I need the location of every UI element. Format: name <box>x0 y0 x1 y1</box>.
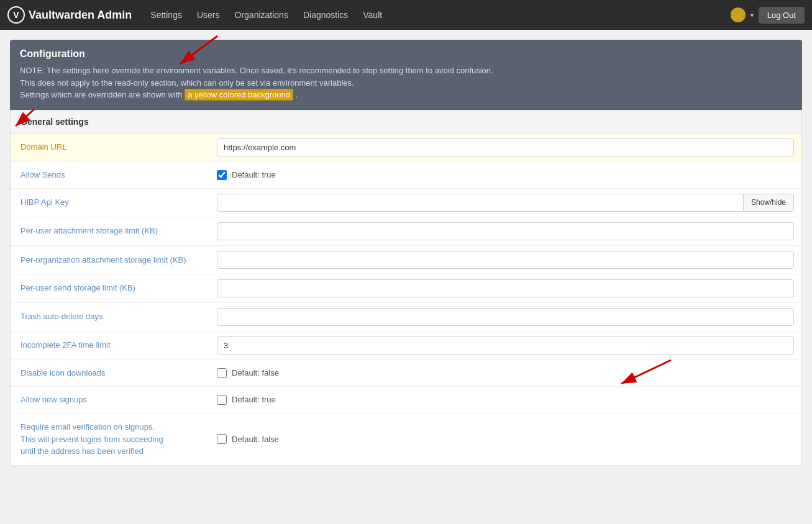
config-title: Configuration <box>20 48 792 60</box>
nav-users[interactable]: Users <box>189 0 227 30</box>
nav-settings[interactable]: Settings <box>143 0 189 30</box>
checkbox-label-disable-icon: Default: false <box>232 368 279 377</box>
checkbox-area-allow-signups: Default: true <box>217 395 276 405</box>
input-per-user-attachment[interactable] <box>217 222 794 240</box>
checkbox-allow-new-signups[interactable] <box>217 395 227 405</box>
label-per-user-send: Per-user send storage limit (KB) <box>11 275 209 301</box>
config-note-3-prefix: Settings which are overridden are shown … <box>20 90 183 99</box>
label-2fa-time-limit: Incomplete 2FA time limit <box>11 332 209 358</box>
control-2fa-time-limit <box>209 332 801 359</box>
control-per-user-send <box>209 274 801 302</box>
label-trash-autodelete: Trash auto-delete days <box>11 304 209 330</box>
control-trash-autodelete <box>209 303 801 331</box>
control-per-org-attachment <box>209 246 801 274</box>
yellow-highlight-text: a yellow colored background <box>185 89 293 101</box>
nav-brand: V Vaultwarden Admin <box>7 6 132 24</box>
label-allow-sends: Allow Sends <box>11 162 209 188</box>
hibp-input-group: Show/hide <box>217 194 794 212</box>
show-hide-button[interactable]: Show/hide <box>744 194 794 212</box>
label-allow-new-signups: Allow new signups <box>11 387 209 413</box>
general-settings-header: General settings <box>11 111 801 133</box>
control-domain-url <box>209 133 801 161</box>
checkbox-area-email-verification: Default: false <box>217 434 279 444</box>
field-row-per-org-attachment: Per-organization attachment storage limi… <box>11 246 801 274</box>
field-row-email-verification: Require email verification on signups. T… <box>11 413 801 466</box>
logout-button[interactable]: Log Out <box>759 7 805 24</box>
input-trash-autodelete[interactable] <box>217 308 794 326</box>
control-email-verification: Default: false <box>209 429 801 449</box>
field-row-per-user-send: Per-user send storage limit (KB) <box>11 274 801 303</box>
status-dot <box>731 7 746 22</box>
checkbox-label-allow-signups: Default: true <box>232 395 276 404</box>
checkbox-area-allow-sends: Default: true <box>217 170 276 180</box>
nav-vault[interactable]: Vault <box>355 0 390 30</box>
checkbox-email-verification[interactable] <box>217 434 227 444</box>
input-domain-url[interactable] <box>217 138 794 156</box>
field-row-domain-url: Domain URL <box>11 133 801 162</box>
checkbox-area-disable-icon: Default: false <box>217 368 279 378</box>
config-note-1: NOTE: The settings here override the env… <box>20 65 792 77</box>
input-2fa-time-limit[interactable] <box>217 337 794 355</box>
checkbox-label-email-verification: Default: false <box>232 435 279 444</box>
config-note-3: Settings which are overridden are shown … <box>20 89 792 101</box>
field-row-allow-new-signups: Allow new signups Default: true <box>11 387 801 413</box>
field-row-2fa-time-limit: Incomplete 2FA time limit <box>11 332 801 360</box>
control-allow-sends: Default: true <box>209 165 801 185</box>
label-email-verification: Require email verification on signups. T… <box>11 413 209 465</box>
nav-diagnostics[interactable]: Diagnostics <box>296 0 355 30</box>
input-hibp-api-key[interactable] <box>217 194 744 212</box>
field-row-per-user-attachment: Per-user attachment storage limit (KB) <box>11 217 801 246</box>
config-note-2: This does not apply to the read-only sec… <box>20 77 792 89</box>
control-hibp-api-key: Show/hide <box>209 189 801 217</box>
label-per-org-attachment: Per-organization attachment storage limi… <box>11 246 209 273</box>
input-per-user-send[interactable] <box>217 279 794 297</box>
field-row-trash-autodelete: Trash auto-delete days <box>11 303 801 332</box>
checkbox-label-allow-sends: Default: true <box>232 170 276 179</box>
navbar: V Vaultwarden Admin Settings Users Organ… <box>0 0 812 30</box>
config-note-3-suffix: . <box>296 90 298 99</box>
logo-icon: V <box>7 6 25 24</box>
field-row-hibp-api-key: HIBP Api Key Show/hide <box>11 189 801 217</box>
label-per-user-attachment: Per-user attachment storage limit (KB) <box>11 218 209 244</box>
config-header: Configuration NOTE: The settings here ov… <box>10 40 802 110</box>
checkbox-disable-icon-downloads[interactable] <box>217 368 227 378</box>
app-title: Vaultwarden Admin <box>29 9 132 22</box>
control-allow-new-signups: Default: true <box>209 390 801 410</box>
checkbox-allow-sends[interactable] <box>217 170 227 180</box>
main-content: Configuration NOTE: The settings here ov… <box>0 30 812 476</box>
control-disable-icon-downloads: Default: false <box>209 363 801 383</box>
label-hibp-api-key: HIBP Api Key <box>11 189 209 215</box>
label-domain-url: Domain URL <box>11 134 209 160</box>
control-per-user-attachment <box>209 217 801 245</box>
field-row-disable-icon-downloads: Disable icon downloads Default: false <box>11 360 801 387</box>
nav-right: ▾ Log Out <box>731 7 805 24</box>
dropdown-arrow-icon[interactable]: ▾ <box>750 12 754 19</box>
settings-card: General settings Domain URL Allow Sends … <box>10 110 802 466</box>
nav-organizations[interactable]: Organizations <box>227 0 296 30</box>
input-per-org-attachment[interactable] <box>217 251 794 269</box>
label-disable-icon-downloads: Disable icon downloads <box>11 360 209 386</box>
field-row-allow-sends: Allow Sends Default: true <box>11 162 801 189</box>
